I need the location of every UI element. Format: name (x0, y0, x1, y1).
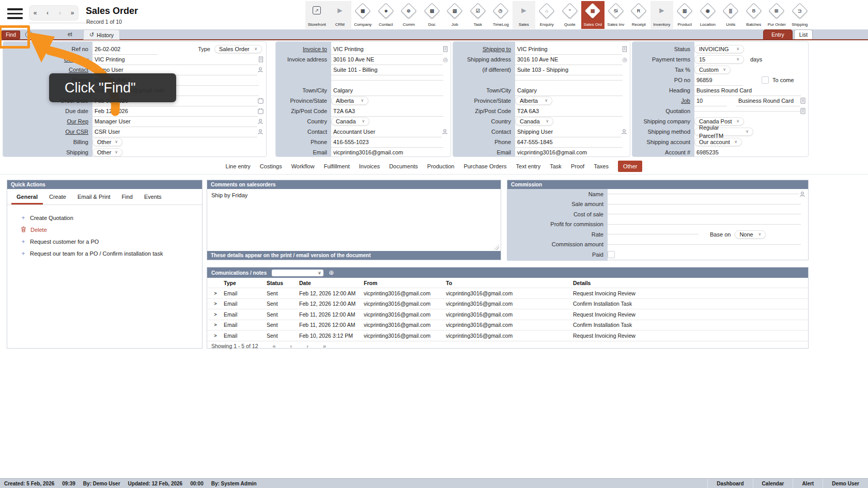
toolbar-item-batches[interactable]: B Batches (742, 1, 766, 29)
expand-row-icon[interactable]: > (207, 312, 224, 317)
paid-checkbox[interactable] (608, 251, 615, 258)
payment-terms-select[interactable]: 15∨ (694, 55, 744, 64)
tab-text-entry[interactable]: Text entry (516, 163, 541, 169)
help-icon[interactable]: ? (25, 31, 33, 38)
table-row[interactable]: > EmailSent Feb 10, 2026 3:12 PMvicprint… (207, 330, 808, 341)
shipping-method-select[interactable]: Regular ParcelTM∨ (694, 128, 753, 136)
toolbar-item-shipping[interactable]: ⊐ Shipping (788, 1, 812, 29)
toolbar-item-quote[interactable]: “ Quote (559, 1, 582, 29)
qa-tab-general[interactable]: General (11, 189, 43, 204)
toolbar-item-storefront[interactable]: ↗ Storefront (305, 1, 329, 29)
type-select[interactable]: Sales Order∨ (214, 45, 262, 53)
table-row[interactable]: > EmailSent Feb 12, 2026 12:00 AMvicprin… (207, 288, 808, 298)
table-row[interactable]: > EmailSent Feb 11, 2026 12:00 AMvicprin… (207, 320, 808, 330)
invoice-address2-value[interactable]: Suite 101 - Billing (331, 65, 443, 75)
tab-line-entry[interactable]: Line entry (226, 163, 251, 169)
toolbar-item-units[interactable]: ||| Units (719, 1, 742, 29)
toolbar-item-sales-ord[interactable]: ▤ Sales Ord (581, 1, 605, 29)
dashboard-link[interactable]: Dashboard (707, 479, 752, 488)
town-value[interactable]: Calgary (331, 85, 443, 96)
quotation-value[interactable] (694, 111, 800, 112)
next-record-button[interactable]: › (54, 9, 66, 17)
toolbar-item-enquiry[interactable]: ⌂ Enquiry (535, 1, 559, 29)
toolbar-item-location[interactable]: ◉ Location (696, 1, 720, 29)
rate-field[interactable] (608, 234, 699, 234)
qa-tab-create[interactable]: Create (44, 189, 71, 204)
first-page-button[interactable]: « (272, 343, 275, 349)
add-communication-icon[interactable]: ⊕ (329, 269, 334, 276)
history-tab[interactable]: ↺ History (83, 29, 120, 40)
toolbar-item-doc[interactable]: ▤ Doc (421, 1, 444, 29)
shipping-address2-value[interactable]: Suite 103 - Shipping (515, 65, 623, 75)
province-select[interactable]: Alberta∨ (515, 97, 552, 105)
tab-task[interactable]: Task (550, 163, 562, 169)
invoice-to-value[interactable]: VIC Printing (331, 44, 443, 55)
qa-tab-email-print[interactable]: Email & Print (72, 189, 116, 204)
alert-link[interactable]: Alert (793, 479, 823, 488)
toolbar-item-timelog[interactable]: ◷ TimeLog (489, 1, 513, 29)
delete-action[interactable]: Delete (21, 226, 202, 233)
toolbar-item-inventory[interactable]: ▶ Inventory (650, 1, 674, 29)
tax-select[interactable]: Custom∨ (694, 66, 731, 74)
shipping-contact-value[interactable]: Shipping User (515, 127, 621, 137)
shipping-select[interactable]: Other∨ (92, 148, 122, 156)
prev-record-button[interactable]: ‹ (41, 9, 54, 17)
invoice-address1-value[interactable]: 3016 10 Ave NE (331, 54, 443, 65)
shipping-account-select[interactable]: Our account∨ (694, 138, 742, 146)
invoice-email-value[interactable]: vicprinting3016@gmail.com (331, 147, 443, 158)
heading-value[interactable]: Business Round Card (694, 85, 801, 96)
calendar-link[interactable]: Calendar (753, 479, 793, 488)
our-rep-label[interactable]: Our Rep (3, 116, 92, 127)
toolbar-item-sales[interactable]: ▶ Sales (513, 1, 536, 29)
qa-tab-find[interactable]: Find (117, 189, 138, 204)
table-row[interactable]: > EmailSent Feb 12, 2026 12:00 AMvicprin… (207, 298, 808, 309)
job-label[interactable]: Job (632, 96, 694, 106)
commission-name-field[interactable] (608, 194, 799, 194)
tab-taxes[interactable]: Taxes (594, 163, 609, 169)
obscured-button-fragment[interactable]: et (68, 31, 72, 37)
toolbar-item-crm[interactable]: ▶ CRM (329, 1, 352, 29)
expand-row-icon[interactable]: > (207, 291, 224, 296)
tab-other[interactable]: Other (618, 161, 643, 172)
shipping-phone-value[interactable]: 647-555-1845 (515, 137, 623, 148)
ref-no-value[interactable]: 26-02-002 (92, 44, 158, 55)
due-date-value[interactable]: Feb 12, 2026 (92, 106, 258, 117)
province-select[interactable]: Alberta∨ (331, 97, 368, 105)
toolbar-item-pur-order[interactable]: ⊞ Pur Order (765, 1, 788, 29)
country-select[interactable]: Canada∨ (331, 117, 369, 125)
billing-select[interactable]: Other∨ (92, 138, 122, 146)
hamburger-menu-icon[interactable] (7, 8, 23, 19)
expand-row-icon[interactable]: > (207, 333, 224, 338)
table-row[interactable]: > EmailSent Feb 11, 2026 12:00 AMvicprin… (207, 309, 808, 320)
status-select[interactable]: INVOICING∨ (694, 45, 744, 53)
invoice-contact-value[interactable]: Accountant User (331, 127, 442, 137)
zip-value[interactable]: T2A 6A3 (515, 106, 623, 117)
create-quotation-action[interactable]: + Create Quotation (21, 214, 202, 222)
invoice-address3-value[interactable] (331, 80, 443, 81)
cost-of-sale-field[interactable] (608, 214, 801, 214)
toolbar-item-contact[interactable]: ☻ Contact (375, 1, 398, 29)
job-name-value[interactable]: Business Round Card (736, 96, 800, 106)
request-customer-po-action[interactable]: + Request customer for a PO (21, 238, 202, 245)
last-page-button[interactable]: » (323, 343, 326, 349)
tab-fulfillment[interactable]: Fulfillment (324, 163, 350, 169)
request-team-po-action[interactable]: + Request our team for a PO / Confirm in… (21, 250, 202, 257)
tab-purchase-orders[interactable]: Purchase Orders (463, 163, 506, 169)
tab-production[interactable]: Production (427, 163, 455, 169)
prev-page-button[interactable]: ‹ (290, 343, 292, 349)
user-menu[interactable]: Demo User (823, 479, 868, 488)
po-no-value[interactable]: 96859 (694, 75, 743, 86)
shipping-to-value[interactable]: VIC Printing (515, 44, 622, 55)
toolbar-item-task[interactable]: ☑ Task (467, 1, 490, 29)
our-rep-value[interactable]: Manager User (92, 116, 257, 127)
job-no-value[interactable]: 10 (694, 96, 727, 106)
tab-invoices[interactable]: Invoices (359, 163, 380, 169)
toolbar-item-receipt[interactable]: R Receipt (627, 1, 650, 29)
our-csr-value[interactable]: CSR User (92, 127, 257, 137)
tab-proof[interactable]: Proof (571, 163, 584, 169)
shipping-address1-value[interactable]: 3016 10 Ave NE (515, 54, 622, 65)
tab-costings[interactable]: Costings (260, 163, 282, 169)
zip-value[interactable]: T2A 6A3 (331, 106, 443, 117)
qa-tab-events[interactable]: Events (139, 189, 167, 204)
entry-view-tab[interactable]: Entry (763, 29, 793, 39)
